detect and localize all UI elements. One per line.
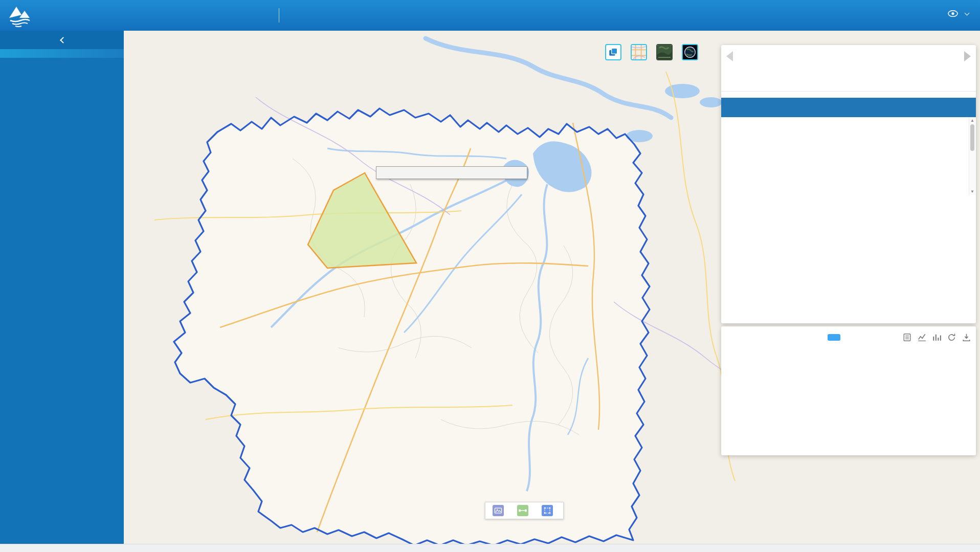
eye-icon	[948, 10, 958, 17]
year-next-button[interactable]	[964, 51, 971, 61]
region-selects	[721, 68, 976, 69]
bottom-strip	[0, 544, 980, 552]
chart-toolbox	[903, 333, 971, 342]
app-logo-icon	[6, 3, 33, 28]
bar-chart	[721, 326, 976, 455]
area-icon	[542, 505, 553, 516]
sidebar-collapse-button[interactable]	[0, 31, 124, 49]
year-selector	[721, 45, 976, 68]
line-chart-icon[interactable]	[918, 333, 926, 342]
table-body[interactable]: ▲ ▼	[721, 117, 976, 195]
basemap-globe-thumbnail[interactable]	[682, 44, 698, 60]
area-measure-tooltip	[376, 166, 527, 179]
area-measure-button[interactable]	[542, 505, 556, 516]
basemap-satellite-thumbnail[interactable]	[656, 44, 673, 60]
refresh-icon[interactable]	[947, 333, 956, 342]
table-scrollbar[interactable]: ▲ ▼	[969, 117, 975, 195]
globe-icon	[683, 45, 697, 60]
basemap-switcher	[605, 44, 698, 60]
data-view-icon[interactable]	[903, 333, 911, 342]
survey-chart-card	[721, 326, 976, 455]
satellite-map-icon	[657, 45, 672, 60]
user-menu[interactable]	[948, 10, 969, 17]
year-prev-button[interactable]	[726, 51, 733, 61]
scroll-up-icon[interactable]: ▲	[969, 118, 975, 123]
stat-cards	[721, 74, 976, 80]
hazard-table: ▲ ▼	[721, 98, 976, 195]
chevron-down-icon	[965, 10, 970, 15]
table-header-row	[721, 98, 976, 117]
basemap-street-thumbnail[interactable]	[631, 44, 647, 60]
statistics-panel: ▲ ▼	[721, 45, 976, 323]
level-subtabs	[721, 84, 976, 92]
scroll-down-icon[interactable]: ▼	[969, 189, 975, 194]
distance-measure-button[interactable]	[517, 505, 531, 516]
download-icon[interactable]	[962, 333, 971, 342]
fullmap-button[interactable]	[493, 505, 507, 516]
chevron-left-icon	[60, 37, 66, 43]
legend-swatch	[828, 334, 840, 341]
street-map-icon	[632, 45, 646, 60]
chart-legend[interactable]	[828, 334, 844, 341]
app-header	[0, 0, 980, 31]
bar-chart-icon[interactable]	[932, 333, 941, 342]
scrollbar-thumb[interactable]	[970, 124, 974, 151]
sidebar	[0, 31, 124, 544]
distance-icon	[517, 505, 528, 516]
cursor-coordinates	[128, 523, 132, 531]
layers-icon	[607, 46, 619, 58]
sidebar-gap	[0, 49, 124, 58]
map-toolbar	[485, 502, 564, 519]
layers-button[interactable]	[605, 44, 621, 60]
header-divider	[279, 8, 279, 23]
fullmap-icon	[493, 505, 504, 516]
